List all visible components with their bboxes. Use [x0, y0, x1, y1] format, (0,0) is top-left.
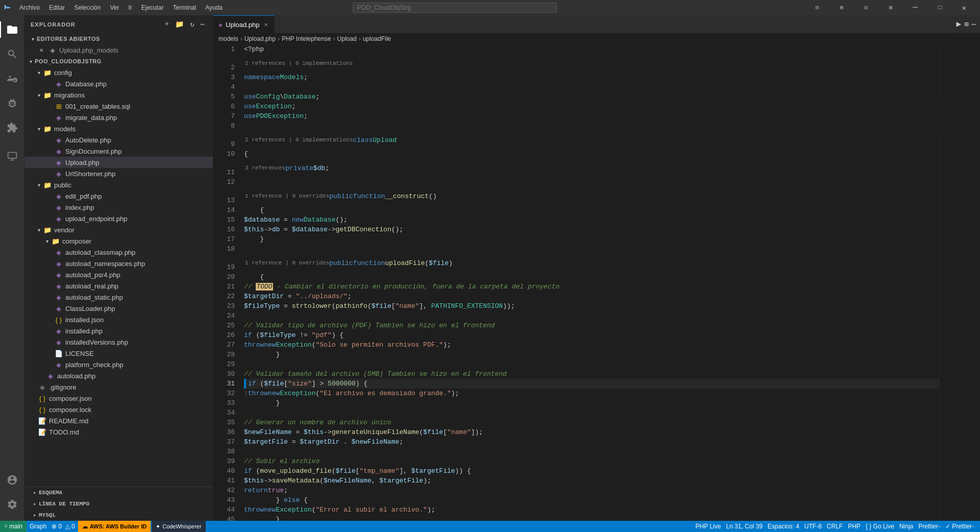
menu-editar[interactable]: Editar: [45, 3, 69, 12]
activity-scm[interactable]: [0, 66, 24, 91]
prettier-1[interactable]: Prettier-: [916, 523, 942, 530]
file-index[interactable]: ◈ index.php: [24, 202, 213, 213]
file-sql[interactable]: ⊞ 001_create_tables.sql: [24, 101, 213, 112]
file-composer-json[interactable]: { } composer.json: [24, 393, 213, 404]
breadcrumb-intelephense[interactable]: PHP Intelephense: [282, 35, 331, 42]
git-graph-btn[interactable]: Graph: [28, 523, 48, 530]
more-btn[interactable]: ⋯: [972, 20, 976, 29]
file-upload-endpoint[interactable]: ◈ upload_endpoint.php: [24, 213, 213, 224]
file-readme[interactable]: 📝 README.md: [24, 415, 213, 426]
file-migrate[interactable]: ◈ migrate_data.php: [24, 112, 213, 123]
folder-public[interactable]: ▾ 📁 public: [24, 179, 213, 190]
indent-type[interactable]: Espacios: 4: [766, 523, 801, 530]
file-composer-lock[interactable]: { } composer.lock: [24, 404, 213, 415]
tab-close-btn[interactable]: ✕: [263, 21, 269, 29]
file-installed-versions[interactable]: ◈ installedVersions.php: [24, 336, 213, 348]
file-autoload-classmap[interactable]: ◈ autoload_classmap.php: [24, 247, 213, 258]
aws-status[interactable]: ☁ AWS: AWS Builder ID: [78, 521, 151, 532]
file-autoload-namespaces[interactable]: ◈ autoload_namespaces.php: [24, 258, 213, 269]
folder-migrations[interactable]: ▾ 📁 migrations: [24, 89, 213, 101]
new-file-btn[interactable]: +: [163, 19, 171, 30]
section-esquema[interactable]: ▸ ESQUEMA: [24, 487, 213, 498]
breadcrumb-models[interactable]: models: [218, 35, 238, 42]
activity-search[interactable]: [0, 42, 24, 66]
section-linea-tiempo[interactable]: ▸ LÍNEA DE TIEMPO: [24, 498, 213, 510]
cursor-position[interactable]: Ln 31, Col 39: [724, 523, 764, 530]
file-database-php[interactable]: ◈ Database.php: [24, 78, 213, 89]
split-btn[interactable]: ⊞: [964, 20, 968, 29]
breadcrumb-file[interactable]: Upload.php: [244, 35, 276, 42]
folder-vendor[interactable]: ▾ 📁 vendor: [24, 224, 213, 235]
code-area[interactable]: <?php2 references | 0 implementationsnam…: [239, 44, 939, 521]
section-project[interactable]: ▾ POO_CLOUDOBJSTRG: [24, 56, 213, 67]
codewhisperer-status[interactable]: ✦ CodeWhisperer: [152, 521, 205, 532]
encoding[interactable]: UTF-8: [802, 523, 824, 530]
file-autodelete[interactable]: ◈ AutoDelete.php: [24, 134, 213, 146]
menu-ver[interactable]: Ver: [106, 3, 123, 12]
file-platform-check[interactable]: ◈ platform_check.php: [24, 359, 213, 370]
go-live[interactable]: { } Go Live: [864, 523, 896, 530]
codelens[interactable]: 2 references | 0 implementations: [244, 136, 353, 144]
codelens[interactable]: 1 reference | 0 overrides: [244, 259, 329, 268]
breadcrumb-method[interactable]: uploadFile: [363, 35, 391, 42]
file-autoload-psr4[interactable]: ◈ autoload_psr4.php: [24, 269, 213, 280]
run-btn[interactable]: ▶: [956, 19, 961, 29]
file-edit-pdf[interactable]: ◈ edit_pdf.php: [24, 190, 213, 202]
file-gitignore[interactable]: ◈ .gitignore: [24, 381, 213, 393]
file-todo[interactable]: 📝 TODO.md: [24, 426, 213, 438]
close-btn[interactable]: ✕: [952, 0, 976, 15]
file-license[interactable]: 📄 LICENSE: [24, 348, 213, 359]
file-installed-json[interactable]: { } installed.json: [24, 314, 213, 325]
errors-count[interactable]: ⊗ 0 △ 0: [50, 523, 77, 530]
new-folder-btn[interactable]: 📁: [173, 19, 186, 30]
section-open-editors[interactable]: ▾ EDITORES ABIERTOS: [24, 33, 213, 44]
search-input[interactable]: [353, 3, 557, 13]
menu-ayuda[interactable]: Ayuda: [201, 3, 227, 12]
menu-terminal[interactable]: Terminal: [169, 3, 200, 12]
language-mode[interactable]: PHP: [846, 523, 863, 530]
layout-btn-1[interactable]: ⊟: [805, 0, 829, 15]
activity-accounts[interactable]: [0, 468, 24, 492]
file-classloader[interactable]: ◈ ClassLoader.php: [24, 303, 213, 314]
git-branch[interactable]: ⑂ main: [0, 521, 27, 532]
title-search[interactable]: [353, 3, 557, 13]
collapse-btn[interactable]: ⋯: [199, 19, 207, 30]
file-autoload[interactable]: ◈ autoload.php: [24, 370, 213, 381]
folder-config[interactable]: ▾ 📁 config: [24, 67, 213, 78]
layout-btn-4[interactable]: ⊠: [879, 0, 902, 15]
open-editor-item[interactable]: ✕ ◈ Upload.php_models: [24, 44, 213, 56]
menu-seleccion[interactable]: Selección: [70, 3, 105, 12]
minimap[interactable]: [939, 44, 980, 521]
file-upload-active[interactable]: ◈ Upload.php: [24, 157, 213, 168]
codelens[interactable]: 1 reference | 0 overrides: [244, 192, 329, 201]
file-autoload-real[interactable]: ◈ autoload_real.php: [24, 280, 213, 292]
section-mysql[interactable]: ▸ MYSQL: [24, 510, 213, 521]
file-installed-php[interactable]: ◈ installed.php: [24, 325, 213, 336]
menu-ir[interactable]: Ir: [124, 3, 136, 12]
folder-composer[interactable]: ▾ 📁 composer: [24, 235, 213, 247]
minimize-btn[interactable]: ─: [903, 0, 927, 15]
maximize-btn[interactable]: □: [928, 0, 951, 15]
codelens[interactable]: 3 references: [244, 164, 285, 173]
file-autoload-static[interactable]: ◈ autoload_static.php: [24, 292, 213, 303]
activity-settings[interactable]: [0, 492, 24, 517]
activity-extensions[interactable]: [0, 115, 24, 140]
ninja[interactable]: Ninja: [897, 523, 915, 530]
activity-remote[interactable]: [0, 144, 24, 168]
tab-upload-php[interactable]: ◈ Upload.php ✕: [213, 15, 275, 33]
menu-archivo[interactable]: Archivo: [15, 3, 44, 12]
menu-ejecutar[interactable]: Ejecutar: [137, 3, 168, 12]
layout-btn-3[interactable]: ⊡: [854, 0, 878, 15]
refresh-btn[interactable]: ↻: [188, 19, 196, 30]
codelens[interactable]: 2 references | 0 implementations: [244, 59, 353, 68]
prettier-2[interactable]: ✓ Prettier-: [943, 523, 976, 530]
folder-models[interactable]: ▾ 📁 models: [24, 123, 213, 134]
activity-files[interactable]: [0, 17, 24, 42]
close-file-icon[interactable]: ✕: [37, 47, 46, 53]
file-signdoc[interactable]: ◈ SignDocument.php: [24, 146, 213, 157]
file-urlshortener[interactable]: ◈ UrlShortener.php: [24, 168, 213, 179]
line-ending[interactable]: CRLF: [825, 523, 845, 530]
breadcrumb-class[interactable]: Upload: [337, 35, 357, 42]
activity-debug[interactable]: [0, 91, 24, 115]
php-live[interactable]: PHP Live: [694, 523, 723, 530]
